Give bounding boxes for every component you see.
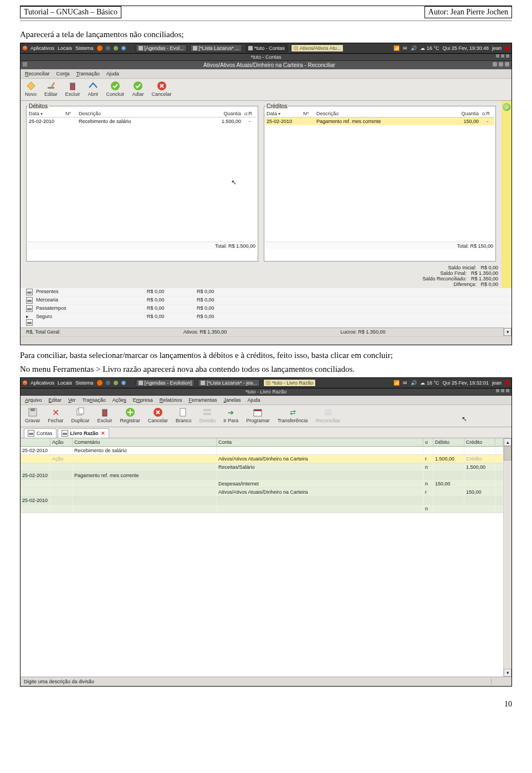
menu-empresa[interactable]: Empresa (133, 397, 153, 403)
clock-indicator[interactable]: Qui 25 Fev, 19:30:48 (443, 45, 489, 51)
menu-janelas[interactable]: Janelas (223, 397, 241, 403)
mail-icon[interactable]: ✉ (403, 380, 407, 386)
panel-menu-apps[interactable]: Aplicativos (30, 45, 54, 51)
add-icon[interactable] (503, 103, 510, 111)
tb-dup[interactable]: Duplicar (71, 407, 90, 423)
tb-new[interactable]: Novo (25, 81, 37, 97)
register-row[interactable]: 25-02-2010Pagamento ref. mes corrente (21, 472, 503, 480)
volume-icon[interactable]: 🔊 (411, 380, 417, 386)
weather-indicator[interactable]: ☁ 16 °C (420, 380, 439, 386)
menu-ajuda[interactable]: Ajuda (106, 71, 119, 76)
taskbar-item[interactable]: [*Lista Lazarus* ... (190, 44, 242, 52)
register-row[interactable]: 25-02-2010Recebimento de salário (21, 447, 503, 455)
scroll-up-icon[interactable]: ▴ (504, 438, 511, 446)
tb-close[interactable]: ✕Fechar (48, 407, 64, 423)
account-row[interactable]: MerceariaR$ 0,00R$ 0,00 (21, 296, 511, 304)
taskbar-item[interactable]: [Agendas - Evol... (136, 44, 187, 52)
close-icon[interactable] (506, 389, 509, 392)
tb-concluir[interactable]: Concluir (106, 81, 125, 97)
weather-indicator[interactable]: ☁ 16 °C (420, 45, 439, 51)
close-icon[interactable] (506, 54, 509, 58)
max-icon[interactable] (501, 389, 504, 392)
tb-save[interactable]: Gravar (25, 407, 40, 423)
close-icon[interactable] (505, 62, 509, 66)
vertical-scrollbar[interactable]: ▴ ▾ (503, 438, 511, 677)
sort-asc-icon[interactable]: ▾ (278, 111, 280, 116)
tb-blank[interactable]: Branco (176, 407, 192, 423)
app-launcher-icon-2[interactable] (114, 381, 118, 385)
panel-menu-apps[interactable]: Aplicativos (30, 380, 54, 386)
shutdown-icon[interactable] (505, 46, 509, 50)
taskbar-item-active[interactable]: *tuto - Livro Razão (263, 379, 316, 387)
register-row[interactable]: Ativos/Ativos Atuais/Dinheiro na Carteir… (21, 488, 503, 496)
register-row[interactable]: Despesas/Internetn150,00 (21, 480, 503, 488)
tab-contas[interactable]: Contas (24, 428, 57, 438)
taskbar-item[interactable]: [Agendas - Evolution] (136, 379, 195, 387)
max-icon[interactable] (501, 54, 504, 58)
firefox-icon[interactable] (97, 45, 103, 51)
menu-conta[interactable]: Conta (57, 71, 70, 76)
min-icon[interactable] (496, 54, 499, 58)
tb-transfer[interactable]: ⇄Transferência (278, 407, 308, 423)
panel-menu-places[interactable]: Locais (58, 380, 72, 386)
menu-relatorios[interactable]: Relatórios (160, 397, 182, 403)
tb-delete[interactable]: Excluir (65, 81, 80, 97)
tb-adiar[interactable]: Adiar (132, 81, 144, 97)
tab-close-icon[interactable]: ✕ (101, 431, 105, 436)
menu-ajuda[interactable]: Ajuda (247, 397, 260, 403)
tb-cancel[interactable]: Cancelar (152, 81, 172, 97)
user-indicator[interactable]: jean (492, 45, 502, 51)
sort-asc-icon[interactable]: ▾ (40, 111, 43, 116)
tb-open[interactable]: Abrir (88, 81, 99, 97)
debitos-row[interactable]: 25-02-2010 Recebimento de salário 1.500,… (28, 117, 257, 125)
menu-transacao[interactable]: Transação (83, 397, 106, 403)
taskbar-item-active[interactable]: *tuto - Contas (245, 44, 288, 52)
tb-del[interactable]: Excluir (98, 407, 112, 423)
menu-reconciliar[interactable]: Reconciliar (25, 71, 50, 76)
taskbar-item[interactable]: [*Lista Lazarus* - jea... (198, 379, 260, 387)
firefox-icon[interactable] (97, 380, 103, 386)
tab-livro-razao[interactable]: Livro Razão ✕ (58, 428, 109, 438)
app-launcher-icon[interactable] (106, 46, 110, 50)
user-indicator[interactable]: jean (492, 380, 502, 386)
min-icon[interactable] (496, 389, 499, 392)
network-icon[interactable]: 📶 (393, 45, 400, 51)
min-icon[interactable] (493, 62, 497, 66)
menu-ver[interactable]: Ver (68, 397, 76, 403)
register-row[interactable]: 25-02-2010 (21, 496, 503, 505)
clock-indicator[interactable]: Qui 25 Fev, 19:32:01 (443, 380, 489, 386)
tb-sched[interactable]: Programar (246, 407, 270, 423)
app-launcher-icon-3[interactable] (121, 46, 126, 50)
account-row[interactable]: PresentesR$ 0,00R$ 0,00 (21, 288, 511, 296)
network-icon[interactable]: 📶 (393, 380, 400, 386)
register-row[interactable]: Receitas/Salárion1.500,00 (21, 463, 503, 472)
register-row[interactable]: AçãoAtivos/Ativos Atuais/Dinheiro na Car… (21, 455, 503, 463)
scroll-down-icon[interactable]: ▾ (504, 328, 511, 336)
menu-ferramentas[interactable]: Ferramentas (188, 397, 217, 403)
tb-goto[interactable]: ➔Ir Para (223, 407, 238, 423)
tb-register[interactable]: Registrar (120, 407, 141, 423)
mail-icon[interactable]: ✉ (403, 45, 407, 51)
tb-cancel[interactable]: Cancelar (148, 407, 168, 423)
tb-edit[interactable]: Editar (44, 81, 58, 97)
panel-menu-system[interactable]: Sistema (75, 380, 94, 386)
account-row[interactable]: ▸ SeguroR$ 0,00R$ 0,00 (21, 313, 511, 327)
register-row[interactable]: n (21, 505, 503, 513)
menu-arquivo[interactable]: Arquivo (25, 397, 42, 403)
scroll-down-icon[interactable]: ▾ (504, 669, 511, 677)
account-row[interactable]: PassatemposR$ 0,00R$ 0,00 (21, 304, 511, 313)
scrollbar-thumb[interactable] (504, 446, 511, 460)
panel-menu-places[interactable]: Locais (58, 45, 72, 51)
sysmenu-icon[interactable] (23, 62, 27, 66)
volume-icon[interactable]: 🔊 (411, 45, 417, 51)
shutdown-icon[interactable] (505, 381, 509, 385)
creditos-row[interactable]: 25-02-2010 Pagamento ref. mes corrente 1… (265, 117, 494, 125)
panel-menu-system[interactable]: Sistema (75, 45, 94, 51)
app-launcher-icon-2[interactable] (114, 46, 118, 50)
app-launcher-icon[interactable] (106, 381, 110, 385)
menu-editar[interactable]: Editar (49, 397, 62, 403)
menu-transacao[interactable]: Transação (76, 71, 100, 76)
app-launcher-icon-3[interactable] (121, 381, 126, 385)
max-icon[interactable] (499, 62, 503, 66)
menu-acoes[interactable]: Ações (112, 397, 126, 403)
